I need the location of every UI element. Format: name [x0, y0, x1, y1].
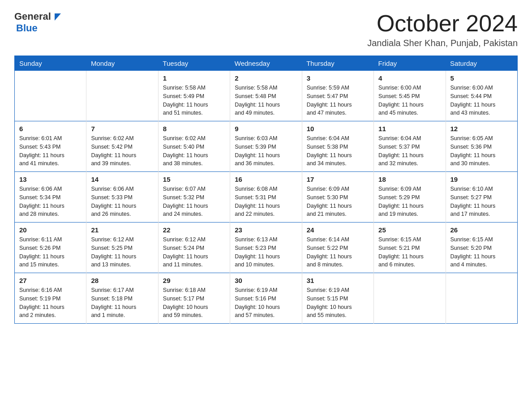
day-cell: 21Sunrise: 6:12 AM Sunset: 5:25 PM Dayli… — [86, 223, 158, 273]
day-info-text: Sunrise: 6:12 AM Sunset: 5:25 PM Dayligh… — [91, 235, 153, 269]
day-cell: 17Sunrise: 6:09 AM Sunset: 5:30 PM Dayli… — [302, 172, 373, 223]
day-number: 4 — [378, 74, 441, 82]
logo-blue-text: Blue — [16, 22, 38, 34]
day-cell: 20Sunrise: 6:11 AM Sunset: 5:26 PM Dayli… — [15, 223, 86, 273]
day-cell: 11Sunrise: 6:04 AM Sunset: 5:37 PM Dayli… — [374, 121, 446, 172]
day-info-text: Sunrise: 6:18 AM Sunset: 5:17 PM Dayligh… — [163, 286, 225, 320]
day-number: 9 — [235, 125, 297, 133]
day-info-text: Sunrise: 5:58 AM Sunset: 5:49 PM Dayligh… — [163, 84, 225, 117]
day-number: 23 — [235, 226, 297, 234]
day-cell: 9Sunrise: 6:03 AM Sunset: 5:39 PM Daylig… — [230, 121, 302, 172]
week-row-3: 13Sunrise: 6:06 AM Sunset: 5:34 PM Dayli… — [15, 172, 518, 223]
svg-marker-0 — [55, 13, 61, 21]
day-cell — [446, 273, 517, 324]
calendar-table: SundayMondayTuesdayWednesdayThursdayFrid… — [14, 56, 518, 324]
day-number: 30 — [235, 277, 297, 284]
col-header-monday: Monday — [86, 56, 158, 71]
day-number: 6 — [19, 125, 82, 133]
day-number: 8 — [163, 125, 225, 133]
day-cell: 25Sunrise: 6:15 AM Sunset: 5:21 PM Dayli… — [374, 223, 446, 273]
day-cell: 22Sunrise: 6:12 AM Sunset: 5:24 PM Dayli… — [158, 223, 230, 273]
day-info-text: Sunrise: 6:19 AM Sunset: 5:16 PM Dayligh… — [235, 286, 297, 320]
day-cell: 2Sunrise: 5:58 AM Sunset: 5:48 PM Daylig… — [230, 71, 302, 121]
day-info-text: Sunrise: 6:06 AM Sunset: 5:34 PM Dayligh… — [19, 185, 82, 218]
day-info-text: Sunrise: 6:00 AM Sunset: 5:44 PM Dayligh… — [450, 84, 513, 117]
col-header-wednesday: Wednesday — [230, 56, 302, 71]
day-info-text: Sunrise: 5:59 AM Sunset: 5:47 PM Dayligh… — [307, 84, 369, 117]
calendar-header-row: SundayMondayTuesdayWednesdayThursdayFrid… — [15, 56, 518, 71]
day-info-text: Sunrise: 6:09 AM Sunset: 5:29 PM Dayligh… — [378, 185, 441, 218]
day-cell: 1Sunrise: 5:58 AM Sunset: 5:49 PM Daylig… — [158, 71, 230, 121]
day-cell: 5Sunrise: 6:00 AM Sunset: 5:44 PM Daylig… — [446, 71, 517, 121]
day-info-text: Sunrise: 6:11 AM Sunset: 5:26 PM Dayligh… — [19, 235, 82, 269]
day-cell: 13Sunrise: 6:06 AM Sunset: 5:34 PM Dayli… — [15, 172, 86, 223]
day-info-text: Sunrise: 6:13 AM Sunset: 5:23 PM Dayligh… — [235, 235, 297, 269]
logo-arrow-icon — [53, 12, 63, 21]
day-cell: 14Sunrise: 6:06 AM Sunset: 5:33 PM Dayli… — [86, 172, 158, 223]
location-subtitle: Jandiala Sher Khan, Punjab, Pakistan — [367, 38, 518, 48]
day-info-text: Sunrise: 6:16 AM Sunset: 5:19 PM Dayligh… — [19, 286, 82, 320]
day-number: 12 — [450, 125, 513, 133]
page-header: General Blue October 2024 Jandiala Sher … — [14, 11, 518, 48]
day-info-text: Sunrise: 6:01 AM Sunset: 5:43 PM Dayligh… — [19, 134, 82, 168]
day-cell: 26Sunrise: 6:15 AM Sunset: 5:20 PM Dayli… — [446, 223, 517, 273]
day-cell: 30Sunrise: 6:19 AM Sunset: 5:16 PM Dayli… — [230, 273, 302, 324]
day-number: 16 — [235, 176, 297, 183]
day-number: 19 — [450, 176, 513, 183]
day-number: 18 — [378, 176, 441, 183]
day-info-text: Sunrise: 5:58 AM Sunset: 5:48 PM Dayligh… — [235, 84, 297, 117]
col-header-saturday: Saturday — [446, 56, 517, 71]
logo: General Blue — [14, 11, 63, 34]
day-cell — [374, 273, 446, 324]
day-cell: 23Sunrise: 6:13 AM Sunset: 5:23 PM Dayli… — [230, 223, 302, 273]
day-number: 7 — [91, 125, 153, 133]
day-number: 2 — [235, 74, 297, 82]
week-row-2: 6Sunrise: 6:01 AM Sunset: 5:43 PM Daylig… — [15, 121, 518, 172]
day-number: 28 — [91, 277, 153, 284]
day-cell: 29Sunrise: 6:18 AM Sunset: 5:17 PM Dayli… — [158, 273, 230, 324]
day-info-text: Sunrise: 6:15 AM Sunset: 5:21 PM Dayligh… — [378, 235, 441, 269]
logo-general-text: General — [14, 11, 51, 22]
day-info-text: Sunrise: 6:09 AM Sunset: 5:30 PM Dayligh… — [307, 185, 369, 218]
day-cell: 31Sunrise: 6:19 AM Sunset: 5:15 PM Dayli… — [302, 273, 373, 324]
week-row-4: 20Sunrise: 6:11 AM Sunset: 5:26 PM Dayli… — [15, 223, 518, 273]
day-cell: 28Sunrise: 6:17 AM Sunset: 5:18 PM Dayli… — [86, 273, 158, 324]
day-cell — [86, 71, 158, 121]
day-cell: 18Sunrise: 6:09 AM Sunset: 5:29 PM Dayli… — [374, 172, 446, 223]
day-info-text: Sunrise: 6:15 AM Sunset: 5:20 PM Dayligh… — [450, 235, 513, 269]
day-info-text: Sunrise: 6:19 AM Sunset: 5:15 PM Dayligh… — [307, 286, 369, 320]
day-info-text: Sunrise: 6:03 AM Sunset: 5:39 PM Dayligh… — [235, 134, 297, 168]
day-number: 22 — [163, 226, 225, 234]
col-header-tuesday: Tuesday — [158, 56, 230, 71]
day-cell: 6Sunrise: 6:01 AM Sunset: 5:43 PM Daylig… — [15, 121, 86, 172]
day-info-text: Sunrise: 6:12 AM Sunset: 5:24 PM Dayligh… — [163, 235, 225, 269]
title-block: October 2024 Jandiala Sher Khan, Punjab,… — [367, 11, 518, 48]
day-cell: 24Sunrise: 6:14 AM Sunset: 5:22 PM Dayli… — [302, 223, 373, 273]
day-info-text: Sunrise: 6:14 AM Sunset: 5:22 PM Dayligh… — [307, 235, 369, 269]
day-info-text: Sunrise: 6:10 AM Sunset: 5:27 PM Dayligh… — [450, 185, 513, 218]
day-number: 14 — [91, 176, 153, 183]
day-cell: 7Sunrise: 6:02 AM Sunset: 5:42 PM Daylig… — [86, 121, 158, 172]
day-cell: 3Sunrise: 5:59 AM Sunset: 5:47 PM Daylig… — [302, 71, 373, 121]
week-row-5: 27Sunrise: 6:16 AM Sunset: 5:19 PM Dayli… — [15, 273, 518, 324]
day-number: 25 — [378, 226, 441, 234]
day-info-text: Sunrise: 6:04 AM Sunset: 5:37 PM Dayligh… — [378, 134, 441, 168]
day-info-text: Sunrise: 6:08 AM Sunset: 5:31 PM Dayligh… — [235, 185, 297, 218]
day-number: 24 — [307, 226, 369, 234]
day-cell: 8Sunrise: 6:02 AM Sunset: 5:40 PM Daylig… — [158, 121, 230, 172]
day-number: 21 — [91, 226, 153, 234]
day-info-text: Sunrise: 6:04 AM Sunset: 5:38 PM Dayligh… — [307, 134, 369, 168]
day-number: 31 — [307, 277, 369, 284]
day-number: 10 — [307, 125, 369, 133]
day-number: 26 — [450, 226, 513, 234]
day-number: 13 — [19, 176, 82, 183]
day-number: 1 — [163, 74, 225, 82]
month-year-title: October 2024 — [367, 11, 518, 36]
day-number: 5 — [450, 74, 513, 82]
day-number: 20 — [19, 226, 82, 234]
day-info-text: Sunrise: 6:05 AM Sunset: 5:36 PM Dayligh… — [450, 134, 513, 168]
day-info-text: Sunrise: 6:02 AM Sunset: 5:40 PM Dayligh… — [163, 134, 225, 168]
day-info-text: Sunrise: 6:17 AM Sunset: 5:18 PM Dayligh… — [91, 286, 153, 320]
day-cell: 16Sunrise: 6:08 AM Sunset: 5:31 PM Dayli… — [230, 172, 302, 223]
day-cell: 27Sunrise: 6:16 AM Sunset: 5:19 PM Dayli… — [15, 273, 86, 324]
